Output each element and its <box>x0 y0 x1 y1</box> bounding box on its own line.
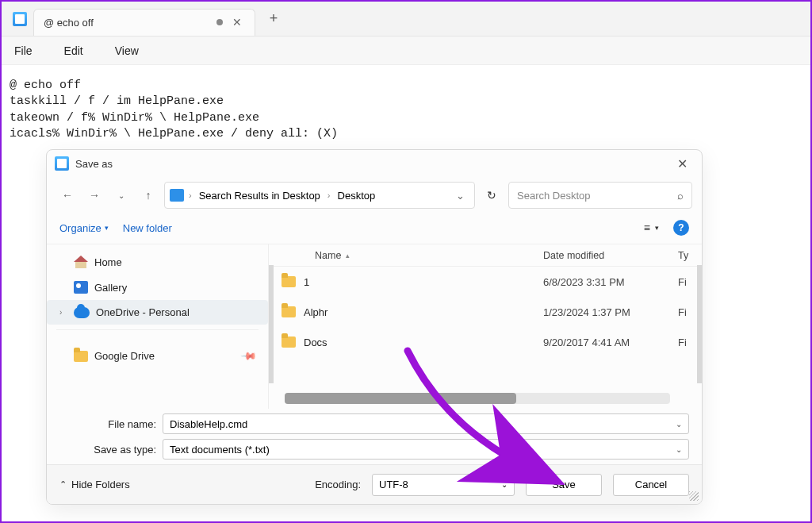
sidebar-item-home[interactable]: › Home <box>47 249 268 275</box>
cloud-icon <box>74 307 90 318</box>
scrollbar-left[interactable] <box>269 265 274 383</box>
chevron-down-icon[interactable]: ⌄ <box>676 420 682 429</box>
search-input[interactable]: Search Desktop ⌕ <box>508 182 692 209</box>
chevron-down-icon[interactable]: ⌄ <box>501 480 508 489</box>
encoding-select[interactable]: UTF-8 ⌄ <box>372 474 515 496</box>
sidebar-item-gallery[interactable]: › Gallery <box>47 275 268 300</box>
breadcrumb-seg1[interactable]: Search Results in Desktop <box>197 188 323 203</box>
tab-close-icon[interactable]: ✕ <box>229 16 245 29</box>
view-button[interactable]: ≡ ▾ <box>644 221 659 234</box>
search-icon: ⌕ <box>677 190 684 202</box>
close-icon[interactable]: ✕ <box>671 153 694 175</box>
column-name[interactable]: Name▴ <box>269 250 543 261</box>
sidebar-item-onedrive[interactable]: › OneDrive - Personal <box>47 300 268 325</box>
sidebar-item-google-drive[interactable]: › Google Drive 📌 <box>47 344 268 368</box>
help-button[interactable]: ? <box>673 220 689 236</box>
search-placeholder: Search Desktop <box>517 190 591 202</box>
menu-bar: File Edit View <box>2 37 810 65</box>
folder-icon <box>282 276 296 287</box>
table-row[interactable]: 1 6/8/2023 3:31 PM Fi <box>269 267 702 297</box>
notepad-icon <box>13 12 27 26</box>
chevron-right-icon: › <box>187 190 193 200</box>
menu-file[interactable]: File <box>14 44 33 57</box>
dialog-app-icon <box>55 156 69 171</box>
tab-title: @ echo off <box>44 17 94 29</box>
folder-icon <box>282 336 296 348</box>
column-headers: Name▴ Date modified Ty <box>269 244 702 267</box>
save-button[interactable]: Save <box>526 474 602 496</box>
column-type[interactable]: Ty <box>678 250 702 261</box>
chevron-right-icon: › <box>326 190 332 200</box>
file-list: Name▴ Date modified Ty 1 6/8/2023 3:31 P… <box>269 244 702 409</box>
horizontal-scrollbar[interactable] <box>285 393 670 404</box>
table-row[interactable]: Docs 9/20/2017 4:41 AM Fi <box>269 327 702 357</box>
chevron-up-icon: ⌃ <box>59 479 67 490</box>
home-icon <box>74 256 88 268</box>
up-button[interactable]: ↑ <box>137 184 159 206</box>
chevron-down-icon[interactable]: ⌄ <box>676 445 682 454</box>
file-name-label: File name: <box>59 418 156 430</box>
save-as-dialog: Save as ✕ ← → ⌄ ↑ › Search Results in De… <box>46 149 703 505</box>
toolbar: Organize ▾ New folder ≡ ▾ ? <box>47 213 702 244</box>
new-tab-button[interactable]: + <box>262 7 285 31</box>
dialog-title: Save as <box>75 158 113 170</box>
dialog-titlebar: Save as ✕ <box>47 150 702 177</box>
forward-button[interactable]: → <box>83 184 105 206</box>
menu-edit[interactable]: Edit <box>64 44 83 57</box>
table-row[interactable]: Alphr 1/23/2024 1:37 PM Fi <box>269 297 702 327</box>
cancel-button[interactable]: Cancel <box>613 474 689 496</box>
editor-content[interactable]: @ echo off taskkill / f / im HelpPane.ex… <box>2 65 810 155</box>
recent-locations-button[interactable]: ⌄ <box>110 184 132 206</box>
refresh-button[interactable]: ↻ <box>480 183 504 207</box>
address-bar[interactable]: › Search Results in Desktop › Desktop ⌄ <box>164 182 475 209</box>
scrollbar-right[interactable] <box>697 265 702 383</box>
breadcrumb-seg2[interactable]: Desktop <box>335 188 378 203</box>
fields: File name: DisableHelp.cmd ⌄ Save as typ… <box>47 409 702 464</box>
sidebar: › Home › Gallery › OneDrive - Personal ›… <box>47 244 269 409</box>
gallery-icon <box>74 281 88 294</box>
sort-asc-icon: ▴ <box>346 252 350 260</box>
dialog-body: › Home › Gallery › OneDrive - Personal ›… <box>47 244 702 409</box>
chevron-right-icon[interactable]: › <box>59 308 67 317</box>
nav-row: ← → ⌄ ↑ › Search Results in Desktop › De… <box>47 177 702 213</box>
folder-icon <box>282 306 296 317</box>
back-button[interactable]: ← <box>56 184 79 206</box>
folder-icon <box>74 351 88 362</box>
chevron-down-icon: ▾ <box>105 224 109 232</box>
save-as-type-label: Save as type: <box>59 444 156 456</box>
modified-dot-icon <box>216 19 223 25</box>
pin-icon[interactable]: 📌 <box>240 348 258 365</box>
tab-strip: @ echo off ✕ + <box>2 2 810 37</box>
encoding-label: Encoding: <box>315 479 361 490</box>
location-icon <box>170 189 184 202</box>
resize-grip-icon[interactable] <box>689 491 699 501</box>
dialog-footer: ⌃ Hide Folders Encoding: UTF-8 ⌄ Save Ca… <box>47 464 702 504</box>
address-dropdown-icon[interactable]: ⌄ <box>451 190 469 202</box>
file-name-input[interactable]: DisableHelp.cmd ⌄ <box>163 413 689 434</box>
menu-view[interactable]: View <box>115 44 139 57</box>
organize-button[interactable]: Organize ▾ <box>59 222 109 234</box>
hide-folders-button[interactable]: ⌃ Hide Folders <box>59 479 130 490</box>
column-date[interactable]: Date modified <box>543 250 678 261</box>
save-as-type-select[interactable]: Text documents (*.txt) ⌄ <box>163 439 689 460</box>
new-folder-button[interactable]: New folder <box>123 222 172 234</box>
editor-tab[interactable]: @ echo off ✕ <box>33 9 255 36</box>
